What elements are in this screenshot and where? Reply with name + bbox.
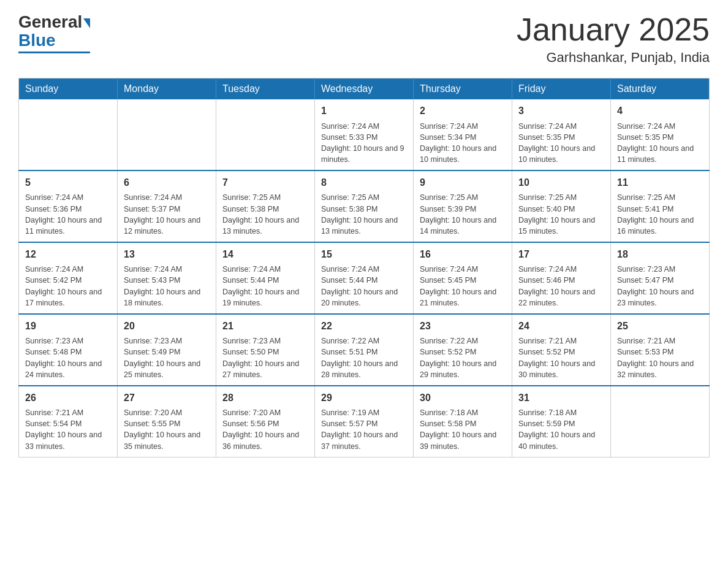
day-number: 28 — [222, 391, 308, 405]
day-number: 3 — [518, 104, 604, 118]
day-number: 22 — [321, 320, 407, 333]
day-info: Sunrise: 7:24 AMSunset: 5:44 PMDaylight:… — [321, 264, 407, 308]
day-info: Sunrise: 7:25 AMSunset: 5:39 PMDaylight:… — [420, 192, 506, 237]
day-info: Sunrise: 7:21 AMSunset: 5:53 PMDaylight:… — [617, 335, 703, 380]
week-row-3: 12Sunrise: 7:24 AMSunset: 5:42 PMDayligh… — [19, 242, 710, 314]
day-info: Sunrise: 7:23 AMSunset: 5:48 PMDaylight:… — [25, 335, 111, 380]
calendar-body: 1Sunrise: 7:24 AMSunset: 5:33 PMDaylight… — [19, 99, 710, 457]
calendar-cell: 5Sunrise: 7:24 AMSunset: 5:36 PMDaylight… — [19, 170, 118, 242]
day-number: 16 — [420, 248, 506, 261]
calendar-cell: 19Sunrise: 7:23 AMSunset: 5:48 PMDayligh… — [19, 314, 118, 386]
day-number: 19 — [25, 320, 111, 333]
header-friday: Friday — [512, 79, 611, 100]
header-saturday: Saturday — [611, 79, 710, 100]
week-row-2: 5Sunrise: 7:24 AMSunset: 5:36 PMDaylight… — [19, 170, 710, 242]
day-number: 13 — [124, 248, 210, 261]
day-number: 17 — [518, 248, 604, 261]
day-number: 20 — [124, 320, 210, 333]
calendar-cell: 20Sunrise: 7:23 AMSunset: 5:49 PMDayligh… — [118, 314, 216, 386]
day-info: Sunrise: 7:24 AMSunset: 5:35 PMDaylight:… — [617, 121, 703, 166]
calendar-cell — [611, 386, 710, 457]
day-info: Sunrise: 7:24 AMSunset: 5:43 PMDaylight:… — [124, 264, 210, 308]
logo-blue: Blue — [18, 31, 56, 50]
week-row-1: 1Sunrise: 7:24 AMSunset: 5:33 PMDaylight… — [19, 99, 710, 170]
header-monday: Monday — [118, 79, 216, 100]
day-info: Sunrise: 7:22 AMSunset: 5:51 PMDaylight:… — [321, 335, 407, 380]
calendar-cell: 6Sunrise: 7:24 AMSunset: 5:37 PMDaylight… — [118, 170, 216, 242]
day-number: 5 — [25, 176, 111, 190]
calendar-title: January 2025 — [517, 12, 710, 47]
day-info: Sunrise: 7:25 AMSunset: 5:38 PMDaylight:… — [321, 192, 407, 237]
day-number: 1 — [321, 104, 407, 118]
day-number: 31 — [518, 391, 604, 405]
day-number: 14 — [222, 248, 308, 261]
calendar-cell: 12Sunrise: 7:24 AMSunset: 5:42 PMDayligh… — [19, 242, 118, 314]
day-info: Sunrise: 7:23 AMSunset: 5:50 PMDaylight:… — [222, 335, 308, 380]
day-number: 23 — [420, 320, 506, 333]
calendar-table: SundayMondayTuesdayWednesdayThursdayFrid… — [18, 78, 710, 457]
day-info: Sunrise: 7:24 AMSunset: 5:37 PMDaylight:… — [124, 192, 210, 237]
calendar-cell — [118, 99, 216, 170]
calendar-cell: 13Sunrise: 7:24 AMSunset: 5:43 PMDayligh… — [118, 242, 216, 314]
calendar-cell: 23Sunrise: 7:22 AMSunset: 5:52 PMDayligh… — [414, 314, 512, 386]
day-info: Sunrise: 7:23 AMSunset: 5:47 PMDaylight:… — [617, 264, 703, 308]
header: General Blue January 2025 Garhshankar, P… — [18, 12, 710, 66]
day-number: 29 — [321, 391, 407, 405]
day-info: Sunrise: 7:25 AMSunset: 5:40 PMDaylight:… — [518, 192, 604, 237]
day-info: Sunrise: 7:18 AMSunset: 5:58 PMDaylight:… — [420, 407, 506, 452]
week-row-5: 26Sunrise: 7:21 AMSunset: 5:54 PMDayligh… — [19, 386, 710, 457]
day-number: 15 — [321, 248, 407, 261]
day-number: 8 — [321, 176, 407, 190]
calendar-cell: 25Sunrise: 7:21 AMSunset: 5:53 PMDayligh… — [611, 314, 710, 386]
day-info: Sunrise: 7:23 AMSunset: 5:49 PMDaylight:… — [124, 335, 210, 380]
calendar-cell: 27Sunrise: 7:20 AMSunset: 5:55 PMDayligh… — [118, 386, 216, 457]
calendar-cell: 8Sunrise: 7:25 AMSunset: 5:38 PMDaylight… — [315, 170, 414, 242]
day-number: 18 — [617, 248, 703, 261]
day-number: 2 — [420, 104, 506, 118]
day-info: Sunrise: 7:24 AMSunset: 5:46 PMDaylight:… — [518, 264, 604, 308]
calendar-cell: 16Sunrise: 7:24 AMSunset: 5:45 PMDayligh… — [414, 242, 512, 314]
week-row-4: 19Sunrise: 7:23 AMSunset: 5:48 PMDayligh… — [19, 314, 710, 386]
day-info: Sunrise: 7:24 AMSunset: 5:33 PMDaylight:… — [321, 121, 407, 166]
logo-underline — [18, 52, 90, 53]
logo: General Blue — [18, 12, 90, 53]
calendar-cell: 15Sunrise: 7:24 AMSunset: 5:44 PMDayligh… — [315, 242, 414, 314]
calendar-header: SundayMondayTuesdayWednesdayThursdayFrid… — [19, 79, 710, 100]
day-info: Sunrise: 7:25 AMSunset: 5:38 PMDaylight:… — [222, 192, 308, 237]
day-info: Sunrise: 7:24 AMSunset: 5:34 PMDaylight:… — [420, 121, 506, 166]
day-info: Sunrise: 7:24 AMSunset: 5:36 PMDaylight:… — [25, 192, 111, 237]
calendar-cell: 24Sunrise: 7:21 AMSunset: 5:52 PMDayligh… — [512, 314, 611, 386]
day-info: Sunrise: 7:20 AMSunset: 5:55 PMDaylight:… — [124, 407, 210, 452]
calendar-cell — [216, 99, 315, 170]
day-number: 27 — [124, 391, 210, 405]
day-info: Sunrise: 7:19 AMSunset: 5:57 PMDaylight:… — [321, 407, 407, 452]
day-number: 11 — [617, 176, 703, 190]
calendar-cell: 26Sunrise: 7:21 AMSunset: 5:54 PMDayligh… — [19, 386, 118, 457]
calendar-cell: 9Sunrise: 7:25 AMSunset: 5:39 PMDaylight… — [414, 170, 512, 242]
calendar-cell: 17Sunrise: 7:24 AMSunset: 5:46 PMDayligh… — [512, 242, 611, 314]
header-wednesday: Wednesday — [315, 79, 414, 100]
calendar-cell: 11Sunrise: 7:25 AMSunset: 5:41 PMDayligh… — [611, 170, 710, 242]
day-number: 4 — [617, 104, 703, 118]
header-sunday: Sunday — [19, 79, 118, 100]
calendar-cell — [19, 99, 118, 170]
day-number: 26 — [25, 391, 111, 405]
day-number: 12 — [25, 248, 111, 261]
logo-text: General — [18, 12, 90, 32]
day-info: Sunrise: 7:18 AMSunset: 5:59 PMDaylight:… — [518, 407, 604, 452]
day-info: Sunrise: 7:21 AMSunset: 5:54 PMDaylight:… — [25, 407, 111, 452]
day-info: Sunrise: 7:24 AMSunset: 5:35 PMDaylight:… — [518, 121, 604, 166]
calendar-cell: 28Sunrise: 7:20 AMSunset: 5:56 PMDayligh… — [216, 386, 315, 457]
day-number: 25 — [617, 320, 703, 333]
day-number: 21 — [222, 320, 308, 333]
calendar-cell: 14Sunrise: 7:24 AMSunset: 5:44 PMDayligh… — [216, 242, 315, 314]
calendar-cell: 18Sunrise: 7:23 AMSunset: 5:47 PMDayligh… — [611, 242, 710, 314]
day-info: Sunrise: 7:24 AMSunset: 5:45 PMDaylight:… — [420, 264, 506, 308]
calendar-location: Garhshankar, Punjab, India — [517, 50, 710, 66]
day-number: 24 — [518, 320, 604, 333]
day-info: Sunrise: 7:24 AMSunset: 5:44 PMDaylight:… — [222, 264, 308, 308]
calendar-cell: 3Sunrise: 7:24 AMSunset: 5:35 PMDaylight… — [512, 99, 611, 170]
header-tuesday: Tuesday — [216, 79, 315, 100]
day-info: Sunrise: 7:21 AMSunset: 5:52 PMDaylight:… — [518, 335, 604, 380]
calendar-cell: 1Sunrise: 7:24 AMSunset: 5:33 PMDaylight… — [315, 99, 414, 170]
